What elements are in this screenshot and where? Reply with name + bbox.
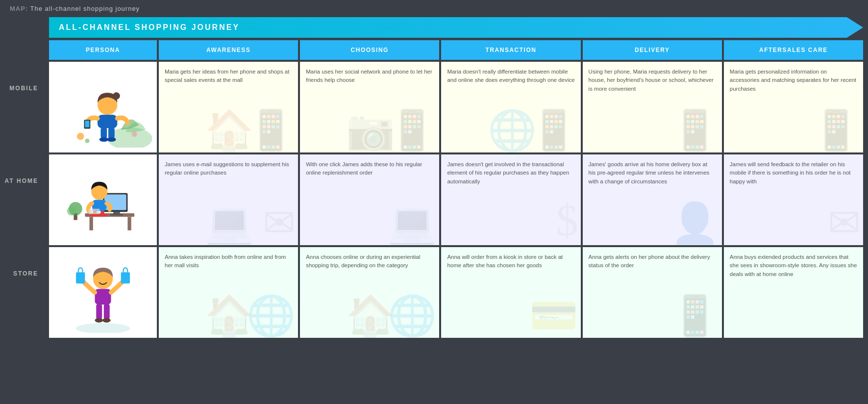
- cell-text: Anna buys extended products and services…: [730, 253, 857, 278]
- col-header-aftersales: AFTERSALES CARE: [724, 40, 863, 60]
- svg-rect-32: [95, 289, 111, 304]
- svg-rect-9: [85, 121, 89, 127]
- svg-rect-3: [98, 115, 117, 128]
- svg-rect-18: [113, 212, 120, 214]
- main-grid: PERSONA AWARENESS CHOOSING TRANSACTION D…: [49, 40, 863, 338]
- svg-rect-23: [90, 214, 108, 217]
- bg-icon-phone5: 📱: [812, 111, 861, 150]
- svg-rect-15: [127, 217, 131, 230]
- svg-rect-38: [121, 272, 130, 283]
- bg-icon-phone: 📱: [247, 111, 296, 150]
- cell-text: Maria gets her ideas from her phone and …: [165, 68, 292, 85]
- svg-rect-26: [89, 209, 100, 214]
- svg-point-30: [76, 323, 130, 333]
- col-header-choosing: CHOOSING: [300, 40, 439, 60]
- persona-mobile: [49, 62, 157, 152]
- map-label: MAP: The all-channel shopping journey: [0, 0, 868, 17]
- bg-icon-camera: 📷: [346, 111, 395, 150]
- svg-point-35: [95, 318, 103, 323]
- bg-icon-phone3: 📱: [529, 111, 578, 150]
- cell-home-transaction: James doesn't get involved in the transa…: [441, 154, 580, 245]
- grid-wrapper: ALL-CHANNEL SHOPPING JOURNEY PERSONA AWA…: [44, 17, 868, 343]
- bg-icon-home2: 🏠: [205, 296, 254, 335]
- svg-point-36: [102, 318, 111, 323]
- cell-store-delivery: Anna gets alerts on her phone about the …: [583, 247, 722, 338]
- cell-home-aftersales: James will send feedback to the retailer…: [724, 154, 863, 245]
- cell-text: James will send feedback to the retailer…: [730, 160, 857, 186]
- persona-home: [49, 154, 157, 245]
- cell-text: Anna gets alerts on her phone about the …: [589, 253, 716, 270]
- cell-mobile-aftersales: Maria gets personalized information on a…: [724, 62, 863, 152]
- cell-home-awareness: James uses e-mail suggestions to supplem…: [159, 154, 298, 245]
- bg-icon-person: 👤: [670, 203, 719, 243]
- cell-mobile-choosing: Maria uses her social network and phone …: [300, 62, 439, 152]
- bg-icon-card: 💳: [529, 296, 578, 335]
- svg-point-2: [113, 92, 120, 100]
- cell-mobile-transaction: Maria doesn't really differentiate betwe…: [441, 62, 580, 152]
- bg-icon-mail2: ✉: [828, 203, 861, 243]
- row-label-mobile: MOBILE: [0, 42, 44, 134]
- bg-icon-home: 🏠: [205, 111, 254, 150]
- bg-icon-laptop: 💻: [205, 203, 254, 243]
- svg-point-10: [77, 133, 84, 140]
- journey-header: ALL-CHANNEL SHOPPING JOURNEY: [49, 17, 863, 38]
- row-label-store: STORE: [0, 227, 44, 320]
- bg-icon-phone2: 📱: [388, 111, 437, 150]
- svg-point-7: [107, 137, 116, 142]
- row-label-home: AT HOME: [0, 134, 44, 227]
- bg-icon-phone4: 📱: [670, 111, 719, 150]
- cell-text: Anna will order from a kiosk in store or…: [447, 253, 574, 270]
- cell-text: Using her phone, Maria requests delivery…: [589, 68, 716, 93]
- cell-store-awareness: Anna takes inspiration both from online …: [159, 247, 298, 338]
- cell-mobile-delivery: Using her phone, Maria requests delivery…: [583, 62, 722, 152]
- cell-text: Maria uses her social network and phone …: [306, 68, 433, 85]
- svg-rect-5: [108, 127, 115, 139]
- svg-rect-4: [100, 127, 107, 139]
- bg-icon-laptop2: 💻: [388, 203, 437, 243]
- cell-store-transaction: Anna will order from a kiosk in store or…: [441, 247, 580, 338]
- cell-home-delivery: James' goods arrive at his home delivery…: [583, 154, 722, 245]
- cell-text: Anna chooses online or during an experie…: [306, 253, 433, 270]
- cell-text: Maria gets personalized information on a…: [730, 68, 857, 93]
- cell-home-choosing: With one click James adds these to his r…: [300, 154, 439, 245]
- svg-point-11: [85, 139, 89, 143]
- svg-rect-33: [96, 303, 102, 319]
- bg-icon-globe2: 🌐: [247, 296, 296, 335]
- cell-store-choosing: Anna chooses online or during an experie…: [300, 247, 439, 338]
- cell-text: James uses e-mail suggestions to supplem…: [165, 160, 292, 177]
- cell-text: James doesn't get involved in the transa…: [447, 160, 574, 186]
- svg-point-29: [67, 206, 76, 215]
- bg-icon-dollar: $: [556, 199, 578, 243]
- row-labels-container: MOBILE AT HOME STORE: [0, 42, 44, 343]
- cell-store-aftersales: Anna buys extended products and services…: [724, 247, 863, 338]
- cell-text: James' goods arrive at his home delivery…: [589, 160, 716, 186]
- col-header-persona: PERSONA: [49, 40, 157, 60]
- cell-mobile-awareness: Maria gets her ideas from her phone and …: [159, 62, 298, 152]
- bg-icon-home3: 🏠: [346, 296, 395, 335]
- cell-text: With one click James adds these to his r…: [306, 160, 433, 177]
- svg-rect-14: [90, 217, 93, 230]
- cell-text: Maria doesn't really differentiate betwe…: [447, 68, 574, 85]
- map-title: The all-channel shopping journey: [30, 5, 140, 12]
- bg-icon-globe: 🌐: [488, 111, 537, 150]
- svg-rect-37: [76, 272, 85, 283]
- persona-store: [49, 247, 157, 338]
- map-prefix: MAP:: [10, 5, 28, 12]
- col-header-awareness: AWARENESS: [159, 40, 298, 60]
- bg-icon-phone6: 📱: [670, 296, 719, 335]
- svg-rect-19: [110, 214, 124, 216]
- bg-icon-mail: ✉: [263, 203, 296, 243]
- bg-icon-globe3: 🌐: [388, 296, 437, 335]
- cell-text: Anna takes inspiration both from online …: [165, 253, 292, 270]
- svg-rect-34: [104, 303, 110, 319]
- col-header-delivery: DELIVERY: [583, 40, 722, 60]
- col-header-transaction: TRANSACTION: [441, 40, 580, 60]
- svg-point-12: [132, 131, 137, 137]
